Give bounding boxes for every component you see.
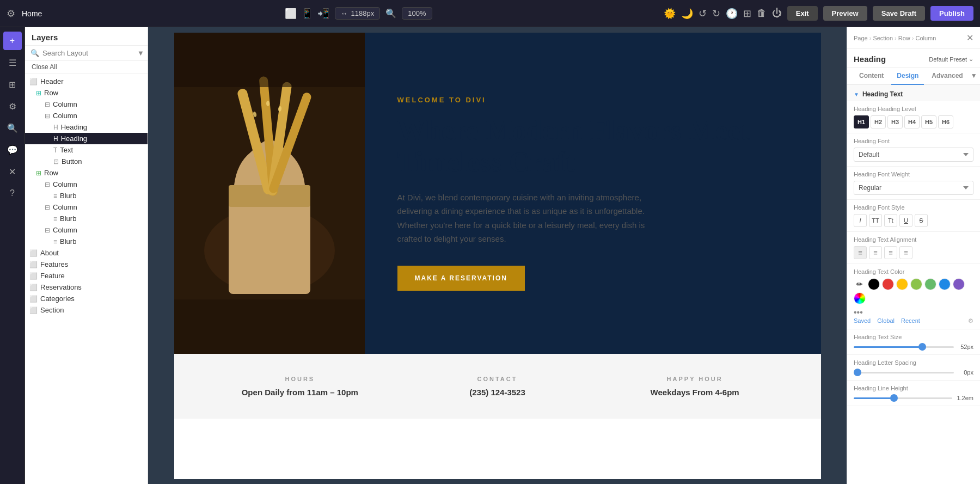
history-icon[interactable]: 🕐 xyxy=(726,8,738,20)
eyedropper-icon[interactable]: ✏ xyxy=(854,278,866,290)
save-draft-button[interactable]: Save Draft xyxy=(873,6,925,21)
size-slider[interactable] xyxy=(854,346,954,348)
tree-item-icon: ≡ xyxy=(53,238,57,246)
tree-item[interactable]: ≡Blurb xyxy=(25,213,148,224)
settings-icon[interactable]: ⚙ xyxy=(7,8,15,20)
tree-item[interactable]: ⊞Row xyxy=(25,167,148,179)
sun-icon[interactable]: 🌞 xyxy=(664,8,676,20)
search-panel-icon[interactable]: 🔍 xyxy=(3,119,22,137)
publish-button[interactable]: Publish xyxy=(930,6,973,21)
layers-close-all[interactable]: Close All xyxy=(25,61,148,73)
add-icon[interactable]: + xyxy=(3,32,22,50)
hero-cta-button[interactable]: MAKE A RESERVATION xyxy=(397,266,525,291)
line-height-label: Heading Line Height xyxy=(854,385,973,391)
size-label: Heading Text Size xyxy=(854,334,973,340)
underline-button[interactable]: U xyxy=(899,214,912,227)
color-swatch-pattern[interactable] xyxy=(854,292,866,304)
tab-design[interactable]: Design xyxy=(891,68,924,85)
global-colors-tab[interactable]: Global xyxy=(877,317,895,324)
tree-item[interactable]: ⊟Column xyxy=(25,179,148,190)
preset-selector[interactable]: Default Preset ⌄ xyxy=(929,56,973,63)
power-icon[interactable]: ⏻ xyxy=(772,8,782,19)
tree-item[interactable]: ⊟Column xyxy=(25,110,148,121)
tools-icon[interactable]: ✕ xyxy=(3,162,22,181)
color-swatch-blue[interactable] xyxy=(939,278,951,290)
color-swatch-green[interactable] xyxy=(924,278,936,290)
strikethrough-button[interactable]: S xyxy=(915,214,928,227)
hero-content: WELCOME TO DIVI Where Modern Flavors Mee… xyxy=(365,33,821,354)
help-icon[interactable]: ? xyxy=(3,184,22,203)
color-swatch-red[interactable] xyxy=(882,278,894,290)
layers-icon[interactable]: ☰ xyxy=(3,53,22,72)
hours-label: HOURS xyxy=(207,376,394,382)
layout-icon[interactable]: ⊞ xyxy=(743,8,751,20)
zoom-value: 100% xyxy=(408,9,426,17)
align-left-button[interactable]: ≡ xyxy=(854,246,867,259)
tree-item[interactable]: ⊞Row xyxy=(25,87,148,99)
color-swatch-lime[interactable] xyxy=(910,278,922,290)
search-icon[interactable]: 🔍 xyxy=(385,8,396,19)
more-colors-icon[interactable]: ••• xyxy=(854,308,863,317)
align-right-button[interactable]: ≡ xyxy=(884,246,897,259)
rp-content: ▼ Heading Text Heading Heading Level H1 … xyxy=(847,85,980,484)
align-justify-button[interactable]: ≡ xyxy=(899,246,912,259)
tree-item-icon: ⊞ xyxy=(36,169,41,177)
tree-item[interactable]: ⊟Column xyxy=(25,224,148,236)
h4-button[interactable]: H4 xyxy=(904,115,920,128)
italic-button[interactable]: I xyxy=(854,214,867,227)
tree-item[interactable]: HHeading xyxy=(25,133,148,144)
h2-button[interactable]: H2 xyxy=(871,115,886,128)
uppercase-button[interactable]: TT xyxy=(869,214,882,227)
tree-item[interactable]: ⊡Button xyxy=(25,156,148,167)
tree-item[interactable]: ⬜Reservations xyxy=(25,281,148,293)
h1-button[interactable]: H1 xyxy=(854,115,869,128)
tab-content[interactable]: Content xyxy=(854,68,889,85)
moon-icon[interactable]: 🌙 xyxy=(681,8,693,20)
tree-item[interactable]: ⊟Column xyxy=(25,99,148,110)
color-settings-icon[interactable]: ⚙ xyxy=(968,317,973,324)
tablet-view-icon[interactable]: 📱 xyxy=(301,8,313,20)
desktop-view-icon[interactable]: ⬜ xyxy=(285,8,297,20)
saved-colors-tab[interactable]: Saved xyxy=(854,317,871,324)
tree-item[interactable]: ⊟Column xyxy=(25,201,148,213)
tree-item[interactable]: ⬜Section xyxy=(25,304,148,316)
color-swatch-purple[interactable] xyxy=(953,278,965,290)
redo-icon[interactable]: ↻ xyxy=(712,8,720,20)
tree-item[interactable]: ⬜About xyxy=(25,247,148,259)
tree-item[interactable]: TText xyxy=(25,144,148,156)
comments-icon[interactable]: 💬 xyxy=(3,140,22,159)
delete-icon[interactable]: 🗑 xyxy=(757,8,767,19)
h5-button[interactable]: H5 xyxy=(921,115,936,128)
mobile-view-icon[interactable]: 📲 xyxy=(317,8,329,20)
tree-item[interactable]: ⬜Header xyxy=(25,76,148,87)
tree-item[interactable]: ≡Blurb xyxy=(25,236,148,247)
settings-panel-icon[interactable]: ⚙ xyxy=(3,97,22,115)
exit-button[interactable]: Exit xyxy=(787,6,818,21)
tree-item[interactable]: ⬜Categories xyxy=(25,293,148,304)
preview-button[interactable]: Preview xyxy=(823,6,867,21)
zoom-control[interactable]: 100% xyxy=(402,7,432,20)
letter-spacing-slider[interactable] xyxy=(854,372,954,373)
align-center-button[interactable]: ≡ xyxy=(869,246,882,259)
tab-advanced[interactable]: Advanced xyxy=(926,68,968,85)
h3-button[interactable]: H3 xyxy=(887,115,903,128)
tree-item[interactable]: HHeading xyxy=(25,121,148,133)
capitalize-button[interactable]: Tt xyxy=(884,214,897,227)
undo-icon[interactable]: ↺ xyxy=(699,8,707,20)
section-collapse-icon[interactable]: ▼ xyxy=(854,91,859,97)
font-select[interactable]: Default xyxy=(854,148,973,162)
layers-filter-icon[interactable]: ▼ xyxy=(137,49,144,57)
tree-item[interactable]: ⬜Feature xyxy=(25,270,148,281)
font-weight-select[interactable]: Regular xyxy=(854,181,973,195)
modules-icon[interactable]: ⊞ xyxy=(3,75,22,94)
h6-button[interactable]: H6 xyxy=(938,115,953,128)
color-swatch-yellow[interactable] xyxy=(896,278,908,290)
tree-item[interactable]: ≡Blurb xyxy=(25,190,148,201)
close-panel-icon[interactable]: ✕ xyxy=(966,33,973,43)
recent-colors-tab[interactable]: Recent xyxy=(901,317,920,324)
tab-more-icon[interactable]: ▼ xyxy=(971,68,977,84)
color-swatch-black[interactable] xyxy=(868,278,880,290)
line-height-slider[interactable] xyxy=(854,397,952,399)
layers-search-input[interactable] xyxy=(42,49,134,57)
tree-item[interactable]: ⬜Features xyxy=(25,259,148,270)
